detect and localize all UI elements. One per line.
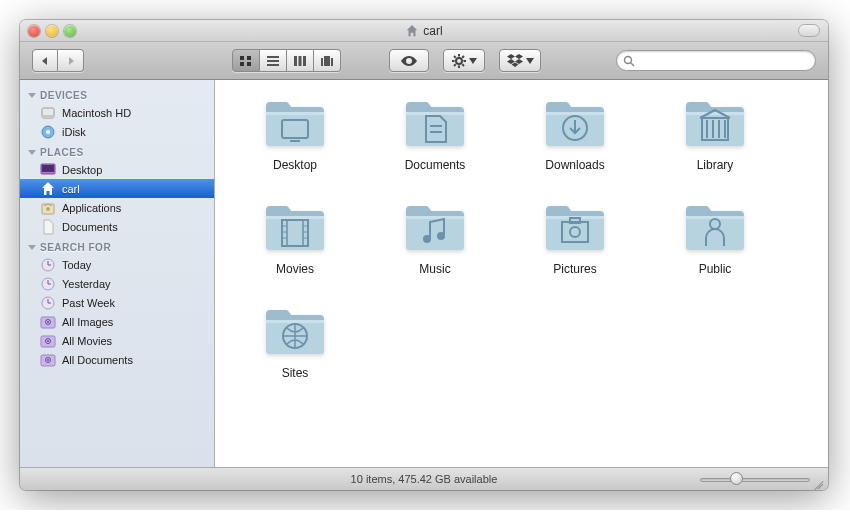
folder-pictures[interactable]: Pictures [505, 202, 645, 276]
titlebar[interactable]: carl [20, 20, 828, 42]
folder-movies[interactable]: Movies [225, 202, 365, 276]
svg-rect-54 [406, 112, 464, 146]
folder-music[interactable]: Music [365, 202, 505, 276]
sidebar-item-label: Applications [62, 202, 121, 214]
sidebar-item-label: All Images [62, 316, 113, 328]
folder-label: Movies [276, 262, 314, 276]
zoom-button[interactable] [64, 25, 76, 37]
sidebar-section-label: PLACES [40, 147, 84, 158]
gear-icon [452, 54, 466, 68]
folder-library[interactable]: Library [645, 98, 785, 172]
svg-rect-68 [266, 216, 324, 250]
status-text: 10 items, 475.42 GB available [351, 473, 498, 485]
close-button[interactable] [28, 25, 40, 37]
sidebar-item-label: Macintosh HD [62, 107, 131, 119]
svg-rect-3 [247, 62, 251, 66]
sidebar-section-header[interactable]: DEVICES [20, 84, 214, 103]
sidebar-item-applications[interactable]: Applications [20, 198, 214, 217]
svg-rect-2 [240, 62, 244, 66]
sidebar-item-documents[interactable]: Documents [20, 217, 214, 236]
svg-rect-59 [546, 112, 604, 115]
svg-line-21 [462, 56, 464, 58]
sidebar-item-label: Documents [62, 221, 118, 233]
back-icon [40, 56, 50, 66]
sidebar-item-all-movies[interactable]: All Movies [20, 331, 214, 350]
sidebar-item-all-documents[interactable]: All Documents [20, 350, 214, 369]
svg-point-31 [46, 207, 50, 211]
folder-downloads[interactable]: Downloads [505, 98, 645, 172]
sidebar-item-label: carl [62, 183, 80, 195]
sidebar-item-past-week[interactable]: Past Week [20, 293, 214, 312]
coverflow-view-button[interactable] [314, 49, 341, 72]
disclosure-triangle-icon [28, 150, 36, 155]
quicklook-button[interactable] [389, 49, 429, 72]
svg-rect-29 [42, 165, 54, 172]
chevron-down-icon [469, 58, 477, 64]
toolbar-toggle-button[interactable] [798, 24, 820, 37]
docs-icon [40, 219, 56, 235]
back-button[interactable] [32, 49, 58, 72]
column-view-icon [293, 55, 307, 67]
folder-icon [542, 202, 608, 256]
minimize-button[interactable] [46, 25, 58, 37]
sidebar-item-idisk[interactable]: iDisk [20, 122, 214, 141]
view-mode-buttons [232, 49, 341, 72]
svg-point-81 [423, 235, 431, 243]
folder-label: Music [419, 262, 450, 276]
sidebar-item-macintosh-hd[interactable]: Macintosh HD [20, 103, 214, 122]
folder-public[interactable]: Public [645, 202, 785, 276]
sidebar-item-today[interactable]: Today [20, 255, 214, 274]
svg-rect-55 [406, 112, 464, 115]
content-area[interactable]: DesktopDocumentsDownloadsLibraryMoviesMu… [215, 80, 828, 467]
statusbar: 10 items, 475.42 GB available [20, 467, 828, 490]
search-input[interactable] [639, 55, 809, 67]
sidebar-section-header[interactable]: PLACES [20, 141, 214, 160]
search-field[interactable] [616, 50, 816, 71]
folder-desktop[interactable]: Desktop [225, 98, 365, 172]
window-body: DEVICESMacintosh HDiDiskPLACESDesktopcar… [20, 80, 828, 467]
sidebar-item-all-images[interactable]: All Images [20, 312, 214, 331]
chevron-down-icon [526, 58, 534, 64]
smart-icon [40, 314, 56, 330]
list-view-button[interactable] [260, 49, 287, 72]
svg-rect-51 [266, 112, 324, 115]
svg-rect-25 [42, 115, 54, 118]
window-title: carl [20, 24, 828, 38]
svg-rect-53 [290, 140, 300, 142]
folder-label: Pictures [553, 262, 596, 276]
svg-rect-1 [247, 56, 251, 60]
sidebar-section-header[interactable]: SEARCH FOR [20, 236, 214, 255]
forward-button[interactable] [58, 49, 84, 72]
svg-rect-8 [299, 56, 302, 66]
sidebar-item-label: All Documents [62, 354, 133, 366]
column-view-button[interactable] [287, 49, 314, 72]
coverflow-view-icon [320, 55, 334, 67]
sidebar-item-yesterday[interactable]: Yesterday [20, 274, 214, 293]
svg-rect-69 [266, 216, 324, 219]
icon-view-button[interactable] [232, 49, 260, 72]
svg-rect-6 [267, 64, 279, 66]
folder-documents[interactable]: Documents [365, 98, 505, 172]
sidebar-item-desktop[interactable]: Desktop [20, 160, 214, 179]
icon-size-slider[interactable] [700, 471, 810, 487]
folder-label: Public [699, 262, 732, 276]
folder-icon [262, 98, 328, 152]
dropbox-button[interactable] [499, 49, 541, 72]
finder-window: carl [20, 20, 828, 490]
sidebar-item-carl[interactable]: carl [20, 179, 214, 198]
folder-sites[interactable]: Sites [225, 306, 365, 380]
desktop-icon [40, 162, 56, 178]
folder-icon [402, 202, 468, 256]
folder-icon [682, 98, 748, 152]
resize-grip[interactable] [813, 476, 825, 488]
action-button[interactable] [443, 49, 485, 72]
folder-icon [262, 202, 328, 256]
svg-rect-62 [686, 112, 744, 115]
svg-line-19 [462, 64, 464, 66]
svg-rect-92 [266, 320, 324, 323]
svg-rect-4 [267, 56, 279, 58]
svg-line-20 [454, 64, 456, 66]
disclosure-triangle-icon [28, 245, 36, 250]
slider-thumb[interactable] [730, 472, 743, 485]
clock-icon [40, 295, 56, 311]
